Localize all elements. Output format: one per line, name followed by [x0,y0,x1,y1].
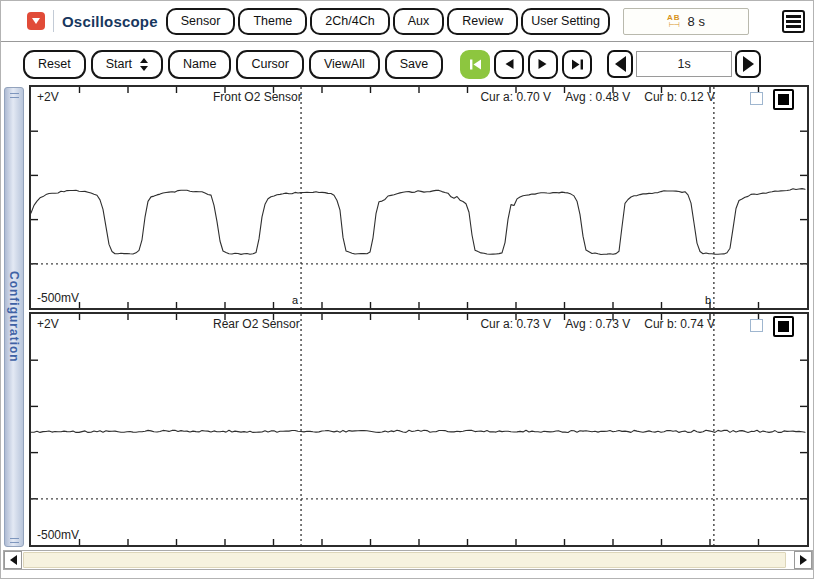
review-button[interactable]: Review [447,8,518,35]
oscilloscope-window: Oscilloscope Sensor Theme 2Ch/4Ch Aux Re… [0,0,814,579]
ch2-avg-readout: Avg : 0.73 V [565,317,630,331]
second-toolbar: Reset Start Name Cursor ViewAll Save [1,43,813,85]
time-per-div-control: 1s [607,50,761,78]
ch2-color-swatch [778,321,789,332]
ch1-cursor-a-readout: Cur a: 0.70 V [480,90,551,104]
save-button[interactable]: Save [385,50,444,79]
skip-to-start-button[interactable] [460,50,490,79]
configuration-tab[interactable]: Configuration [4,87,24,547]
ch1-title: Front O2 Sensor [213,90,302,104]
skip-start-icon [469,58,482,71]
svg-text:b: b [705,294,711,306]
ch1-avg-readout: Avg : 0.48 V [565,90,630,104]
scroll-right-button[interactable] [794,551,812,569]
ch1-cursor-b-readout: Cur b: 0.12 V [644,90,715,104]
skip-to-end-button[interactable] [562,50,592,79]
time-per-div-value: 1s [636,51,732,77]
ch2-title: Rear O2 Sensor [213,317,300,331]
title-separator [53,10,54,32]
transport-controls [460,50,592,79]
ch1-top-voltage-label: +2V [37,90,59,104]
time-div-increase-button[interactable] [735,50,761,78]
ch2-color-button[interactable] [773,316,794,337]
page-title: Oscilloscope [62,13,158,30]
ch1-color-swatch [778,94,789,105]
sensor-button[interactable]: Sensor [166,8,236,35]
ch2-cursor-a-readout: Cur a: 0.73 V [480,317,551,331]
tab-grip-top-icon [10,93,19,98]
scrollbar-thumb[interactable] [23,552,786,568]
tab-grip-bottom-icon [10,538,19,543]
scroll-left-button[interactable] [4,551,22,569]
ch2-readouts: Cur a: 0.73 V Avg : 0.73 V Cur b: 0.74 V [480,317,715,331]
configuration-tab-label: Configuration [7,271,21,363]
user-setting-button[interactable]: User Setting [521,8,610,35]
time-div-decrease-button[interactable] [607,50,633,78]
scrollbar-track[interactable] [22,551,794,569]
ch1-waveform-plot: ab [31,87,807,308]
titlebar: Oscilloscope Sensor Theme 2Ch/4Ch Aux Re… [1,1,813,42]
menu-icon[interactable] [782,10,805,33]
channel-rear-o2[interactable]: +2V Rear O2 Sensor Cur a: 0.73 V Avg : 0… [29,312,809,547]
ch1-bottom-voltage-label: -500mV [37,291,79,305]
arrow-left-icon [615,56,626,72]
app-dropdown-icon[interactable] [27,12,45,30]
ab-cursor-icon: AB ⊢⊣ [667,14,681,28]
scroll-right-icon [800,555,807,565]
scroll-left-icon [10,555,17,565]
chevron-down-icon [32,18,40,24]
ch2-checkbox[interactable] [750,319,763,332]
ch2-cursor-b-readout: Cur b: 0.74 V [644,317,715,331]
play-button[interactable] [528,50,558,79]
arrow-right-icon [743,56,754,72]
ch1-readouts: Cur a: 0.70 V Avg : 0.48 V Cur b: 0.12 V [480,90,715,104]
reset-button[interactable]: Reset [23,50,86,79]
ch1-color-button[interactable] [773,89,794,110]
ch1-checkbox[interactable] [750,92,763,105]
aux-button[interactable]: Aux [393,8,445,35]
start-spinner-icon [140,58,148,71]
horizontal-scrollbar[interactable] [3,550,813,570]
ch2-waveform-plot [31,314,807,545]
play-icon [537,58,549,70]
ab-time-display: AB ⊢⊣ 8 s [623,8,749,35]
theme-button[interactable]: Theme [238,8,307,35]
channel-mode-button[interactable]: 2Ch/4Ch [310,8,389,35]
ch2-top-voltage-label: +2V [37,317,59,331]
skip-end-icon [571,58,584,71]
cursor-button[interactable]: Cursor [236,50,304,79]
channel-front-o2[interactable]: +2V Front O2 Sensor Cur a: 0.70 V Avg : … [29,85,809,310]
ab-time-value: 8 s [688,14,705,29]
step-back-icon [503,58,515,70]
start-button[interactable]: Start [91,50,163,79]
viewall-button[interactable]: ViewAll [309,50,380,79]
name-button[interactable]: Name [168,50,231,79]
ch2-bottom-voltage-label: -500mV [37,528,79,542]
step-back-button[interactable] [494,50,524,79]
svg-text:a: a [292,294,299,306]
